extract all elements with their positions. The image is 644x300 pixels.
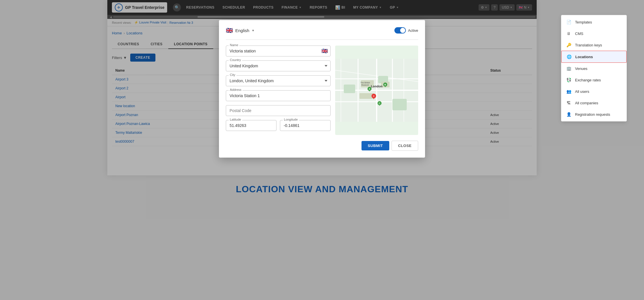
toggle-thumb [400,28,405,33]
country-field-label: Country [229,58,242,62]
location-modal: 🇬🇧 English ▼ Active Name [219,20,425,158]
active-toggle[interactable] [394,27,406,34]
modal-divider [226,40,418,40]
all-users-label: All users [575,89,589,94]
all-companies-icon: 🏗 [566,100,572,106]
name-flag-icon: 🇬🇧 [321,48,328,54]
registration-requests-label: Registration requests [575,112,610,117]
coordinates-row: Latitude Longitude [226,120,331,135]
cms-icon: 🖥 [566,31,572,36]
venues-icon: 🏢 [566,66,572,71]
svg-text:The British: The British [360,82,370,84]
longitude-field-group: Longitude [280,120,331,131]
svg-text:A: A [369,88,370,90]
english-flag-icon: 🇬🇧 [226,27,233,34]
country-field-group: Country United Kingdom [226,60,331,71]
venues-label: Venues [575,66,587,71]
active-label: Active [408,28,418,33]
name-input[interactable] [226,46,331,56]
exchange-rates-icon: 💱 [566,77,572,83]
city-select[interactable]: London, United Kingdom [226,75,331,86]
dropdown-exchange-rates[interactable]: 💱 Exchange rates [561,74,627,86]
registration-requests-icon: 👤 [566,111,572,117]
locations-label: Locations [575,55,593,59]
language-label: English [235,28,249,33]
postal-code-input[interactable] [226,105,331,116]
latitude-field-group: Latitude [226,120,276,131]
address-field-label: Address [229,88,242,91]
locations-icon: 🌐 [566,54,572,60]
svg-text:C: C [373,95,375,97]
modal-actions: SUBMIT CLOSE [226,141,418,151]
name-field-group: Name 🇬🇧 [226,46,331,56]
dropdown-cms[interactable]: 🖥 CMS [561,28,627,39]
language-selector[interactable]: 🇬🇧 English ▼ [226,27,254,34]
dropdown-venues[interactable]: 🏢 Venues [561,63,627,74]
latitude-input[interactable] [226,120,276,131]
templates-label: Templates [575,20,592,24]
active-toggle-area: Active [394,27,418,34]
svg-rect-11 [392,99,407,110]
all-companies-label: All companies [575,101,598,105]
translation-keys-label: Translation keys [575,43,602,47]
all-users-icon: 👥 [566,89,572,94]
map-area: London The British Museum [335,46,418,135]
cms-label: CMS [575,32,583,36]
dropdown-registration-requests[interactable]: 👤 Registration requests [561,109,627,120]
modal-body: Name 🇬🇧 Country United Kingdom City [226,46,418,135]
map-svg: London The British Museum [335,46,418,135]
postal-code-field-group [226,105,331,116]
settings-dropdown: 📄 Templates 🖥 CMS 🔑 Translation keys 🌐 L… [561,15,627,121]
svg-text:B: B [384,83,386,86]
svg-text:Museum: Museum [361,84,369,86]
svg-text:London: London [371,85,383,88]
dropdown-translation-keys[interactable]: 🔑 Translation keys [561,39,627,51]
svg-rect-10 [344,85,355,93]
modal-overlay: 🇬🇧 English ▼ Active Name [0,0,644,200]
country-select[interactable]: United Kingdom [226,60,331,71]
city-field-group: City London, United Kingdom [226,75,331,86]
svg-text:C: C [379,102,380,105]
modal-lang-row: 🇬🇧 English ▼ Active [226,27,418,34]
lang-dropdown-arrow-icon: ▼ [252,29,254,32]
city-field-label: City [229,73,236,77]
longitude-field-label: Longitude [283,118,299,121]
latitude-field-label: Latitude [229,118,242,121]
address-input[interactable] [226,90,331,101]
name-field-label: Name [229,43,239,47]
translation-keys-icon: 🔑 [566,42,572,48]
dropdown-locations[interactable]: 🌐 Locations [561,51,627,63]
address-field-group: Address [226,90,331,101]
location-form: Name 🇬🇧 Country United Kingdom City [226,46,331,135]
exchange-rates-label: Exchange rates [575,78,601,82]
templates-icon: 📄 [566,19,572,25]
longitude-input[interactable] [280,120,331,131]
submit-button[interactable]: SUBMIT [361,141,389,150]
close-button[interactable]: CLOSE [392,141,418,151]
dropdown-all-users[interactable]: 👥 All users [561,86,627,97]
dropdown-templates[interactable]: 📄 Templates [561,16,627,28]
dropdown-all-companies[interactable]: 🏗 All companies [561,97,627,109]
